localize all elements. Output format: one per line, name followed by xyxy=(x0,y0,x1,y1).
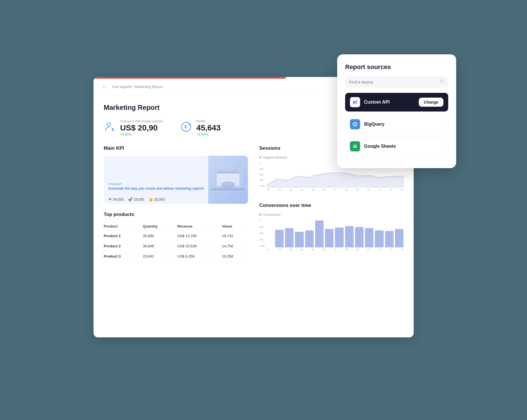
table-cell: Product 3 xyxy=(104,251,143,262)
thumbsup-icon: 👍 xyxy=(148,197,153,202)
conversions-legend-dot xyxy=(259,213,262,216)
metric-roas-label: ROAS xyxy=(196,119,221,123)
table-cell: 14,756 xyxy=(222,241,248,251)
roas-icon: $ xyxy=(180,121,192,136)
col-views: Views xyxy=(222,222,248,231)
col-quantity: Quantity xyxy=(143,222,177,231)
left-column: Main KPI whatagraph Automate the way you… xyxy=(104,145,248,262)
rocket-icon: 🚀 xyxy=(128,197,133,202)
table-cell: 35,890 xyxy=(143,231,177,241)
conv-bar xyxy=(335,228,343,247)
table-row: Product 135,890US$ 13,78919,742 xyxy=(104,231,248,241)
svg-rect-13 xyxy=(355,100,357,104)
sessions-legend-label: Organic sessions xyxy=(263,156,287,159)
source-item-custom-api[interactable]: Custom API Change xyxy=(345,93,448,112)
svg-point-0 xyxy=(107,123,110,126)
conv-bar xyxy=(385,231,394,247)
metric-roas: $ ROAS 45,643 +3,93% xyxy=(180,119,221,136)
bigquery-icon xyxy=(350,119,360,129)
kpi-brand: whatagraph xyxy=(108,183,243,185)
metric-cost-change: +0.82% xyxy=(120,132,163,136)
metric-roas-value: 45,643 xyxy=(196,123,221,132)
table-cell: 10,358 xyxy=(222,251,248,262)
conv-bar xyxy=(345,226,354,247)
eye-icon: 👁 xyxy=(108,197,112,202)
change-button[interactable]: Change xyxy=(419,98,443,107)
conversions-chart: 100k75k50k25k0 0102030405060708091011121… xyxy=(259,219,403,256)
conv-bar xyxy=(375,230,383,247)
source-item-gsheets[interactable]: Google Sheets xyxy=(345,137,448,156)
kpi-headline: Automate the way you create and deliver … xyxy=(108,187,243,191)
table-cell: US$ 10,539 xyxy=(177,241,222,251)
table-cell: US$ 13,789 xyxy=(177,231,222,241)
conv-bar xyxy=(365,228,373,247)
svg-text:$: $ xyxy=(184,125,187,129)
conv-y-labels: 100k75k50k25k0 xyxy=(259,219,265,247)
person-dollar-icon: $ xyxy=(104,121,116,136)
table-cell: Product 2 xyxy=(104,241,143,251)
table-cell: 30,846 xyxy=(143,241,177,251)
conv-bar xyxy=(315,220,324,247)
conv-bar xyxy=(285,228,294,247)
conversions-title: Conversions over time xyxy=(259,203,403,208)
gsheets-icon xyxy=(350,141,360,151)
source-search-input[interactable] xyxy=(349,80,440,84)
breadcrumb: Your reports / Marketing Report xyxy=(112,85,163,89)
sources-title: Report sources xyxy=(345,63,448,71)
kpi-widget: whatagraph Automate the way you create a… xyxy=(104,156,248,204)
back-button[interactable]: ← xyxy=(102,84,107,90)
kpi-stat-views: 👁 54,053 xyxy=(108,197,124,202)
table-cell: US$ 6,358 xyxy=(177,251,222,262)
conversions-legend-label: Conversions xyxy=(263,213,280,216)
source-name-gsheets: Google Sheets xyxy=(364,144,443,149)
svg-rect-12 xyxy=(353,101,355,104)
conv-bar xyxy=(325,229,333,247)
source-name-custom-api: Custom API xyxy=(364,100,419,105)
col-product: Product xyxy=(104,222,143,231)
svg-text:$: $ xyxy=(112,127,114,132)
top-products-title: Top products xyxy=(104,212,248,217)
sessions-y-labels: 100k75k50k25k0 xyxy=(259,162,265,187)
sources-panel: Report sources Custom API Change xyxy=(337,54,456,168)
table-row: Product 230,846US$ 10,53914,756 xyxy=(104,241,248,251)
table-cell: Product 1 xyxy=(104,231,143,241)
source-name-bigquery: BigQuery xyxy=(364,122,443,127)
metric-cost-label: Cost per 1,000 people reached xyxy=(120,119,163,123)
svg-line-10 xyxy=(443,82,444,83)
search-icon xyxy=(440,79,444,85)
conv-bar xyxy=(395,229,403,247)
sources-search[interactable] xyxy=(345,76,448,88)
metric-cost-value: US$ 20,90 xyxy=(120,123,163,132)
conv-bar xyxy=(275,230,284,247)
table-cell: 23,842 xyxy=(143,251,177,262)
products-table: Product Quantity Revenue Views Product 1… xyxy=(104,222,248,262)
table-cell: 19,742 xyxy=(222,231,248,241)
kpi-stat-reach: 🚀 19,035 xyxy=(128,197,144,202)
conversions-legend: Conversions xyxy=(259,213,403,216)
custom-api-icon xyxy=(350,97,360,107)
sessions-x-labels: 01020304050607080910111213 xyxy=(267,188,403,191)
conv-x-labels: 01020304050607080910111213 xyxy=(267,248,403,251)
sessions-legend-dot xyxy=(259,156,262,158)
table-row: Product 323,842US$ 6,35810,358 xyxy=(104,251,248,262)
conv-bar xyxy=(295,232,303,247)
svg-rect-6 xyxy=(217,171,239,173)
col-revenue: Revenue xyxy=(177,222,222,231)
main-kpi-title: Main KPI xyxy=(104,145,248,151)
conv-bar xyxy=(355,227,364,247)
metric-cost: $ Cost per 1,000 people reached US$ 20,9… xyxy=(104,119,163,136)
kpi-stat-likes: 👍 32,043 xyxy=(148,197,165,202)
conv-bar xyxy=(305,230,314,247)
source-item-bigquery[interactable]: BigQuery xyxy=(345,115,448,134)
metric-roas-change: +3,93% xyxy=(196,132,221,136)
conv-bars xyxy=(275,219,403,247)
